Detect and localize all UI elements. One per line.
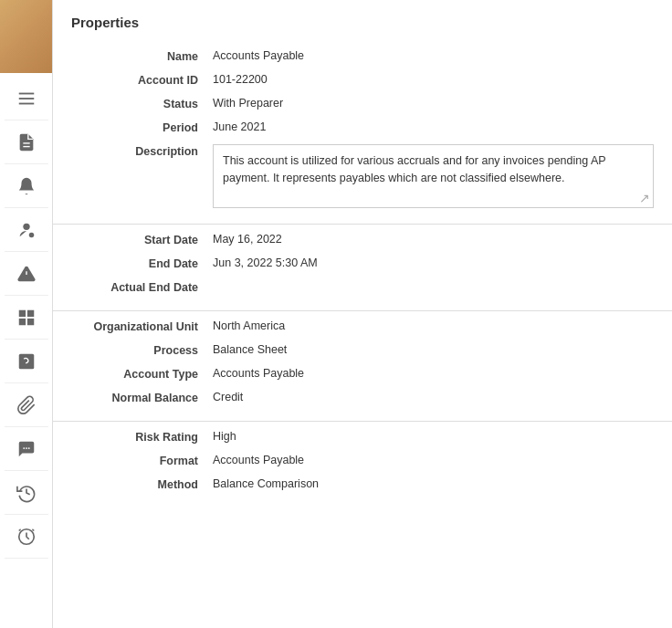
description-value: This account is utilized for various acc… [213,144,654,208]
svg-point-16 [26,447,27,449]
account-type-label: Account Type [71,367,213,381]
comment-icon[interactable] [5,427,48,471]
risk-rating-value: High [213,430,654,443]
period-label: Period [71,120,213,134]
format-row: Format Accounts Payable [71,449,654,473]
format-value: Accounts Payable [213,454,654,466]
attachment-icon[interactable] [5,383,48,427]
org-unit-label: Organizational Unit [71,319,213,333]
svg-rect-0 [18,92,34,94]
org-unit-row: Organizational Unit North America [71,315,654,339]
dashboard-icon[interactable] [5,296,48,340]
help-icon[interactable] [5,340,48,383]
end-date-row: End Date Jun 3, 2022 5:30 AM [71,252,654,276]
name-value: Accounts Payable [213,49,654,62]
warning-icon[interactable] [5,252,48,296]
schedule-icon[interactable] [5,515,48,559]
document-icon[interactable] [5,120,48,164]
svg-point-15 [23,447,25,449]
end-date-value: Jun 3, 2022 5:30 AM [213,256,654,269]
risk-section: Risk Rating High Format Accounts Payable… [53,422,672,508]
dates-section: Start Date May 16, 2022 End Date Jun 3, … [53,225,672,311]
svg-rect-2 [18,102,34,104]
svg-rect-12 [26,318,33,324]
period-value: June 2021 [213,120,654,133]
sidebar [0,0,53,628]
method-label: Method [71,477,213,491]
history-icon[interactable] [5,471,48,515]
normal-balance-value: Credit [213,391,654,403]
risk-rating-label: Risk Rating [71,430,213,444]
description-label: Description [71,144,213,158]
start-date-row: Start Date May 16, 2022 [71,228,654,252]
name-label: Name [71,49,213,63]
svg-rect-10 [26,309,33,316]
account-id-value: 101-22200 [213,73,654,86]
resize-handle: ↗ [639,192,650,204]
page-title: Properties [53,0,672,41]
description-box[interactable]: This account is utilized for various acc… [213,144,654,208]
status-value: With Preparer [213,97,654,110]
svg-rect-1 [18,98,34,99]
process-label: Process [71,343,213,357]
svg-rect-9 [18,309,25,316]
method-value: Balance Comparison [213,477,654,490]
normal-balance-row: Normal Balance Credit [71,386,654,410]
period-row: Period June 2021 [71,116,654,140]
end-date-label: End Date [71,256,213,270]
list-icon[interactable] [5,77,48,120]
bell-icon[interactable] [5,164,48,208]
start-date-label: Start Date [71,233,213,246]
svg-point-6 [28,232,34,237]
basic-info-section: Name Accounts Payable Account ID 101-222… [53,41,672,225]
risk-rating-row: Risk Rating High [71,425,654,449]
user-settings-icon[interactable] [5,208,48,252]
actual-end-date-row: Actual End Date [71,276,654,299]
org-unit-value: North America [213,319,654,332]
sidebar-top-decoration [0,0,52,73]
svg-point-5 [23,223,29,229]
method-row: Method Balance Comparison [71,473,654,497]
svg-rect-13 [18,353,34,369]
actual-end-date-label: Actual End Date [71,280,213,294]
name-row: Name Accounts Payable [71,45,654,68]
status-label: Status [71,97,213,110]
description-text: This account is utilized for various acc… [223,154,605,184]
account-id-label: Account ID [71,73,213,87]
svg-rect-11 [18,318,25,324]
org-section: Organizational Unit North America Proces… [53,311,672,422]
sidebar-icons-container [0,73,52,559]
account-id-row: Account ID 101-22200 [71,68,654,92]
description-row: Description This account is utilized for… [71,140,654,213]
svg-point-17 [27,447,29,449]
main-content: Properties Name Accounts Payable Account… [53,0,672,628]
start-date-value: May 16, 2022 [213,233,654,246]
process-row: Process Balance Sheet [71,339,654,362]
format-label: Format [71,454,213,467]
normal-balance-label: Normal Balance [71,391,213,404]
status-row: Status With Preparer [71,92,654,116]
account-type-row: Account Type Accounts Payable [71,362,654,386]
account-type-value: Accounts Payable [213,367,654,380]
process-value: Balance Sheet [213,343,654,356]
